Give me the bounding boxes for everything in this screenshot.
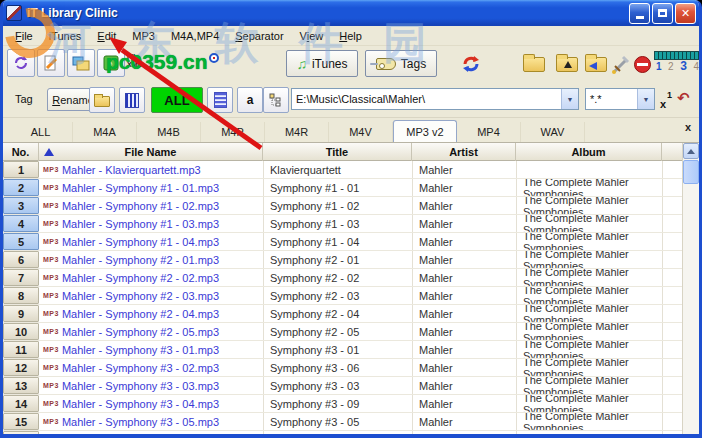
file-name-cell[interactable]: MP3Mahler - Symphony #1 - 03.mp3 — [40, 215, 264, 232]
title-cell[interactable]: Symphony #1 - 03 — [264, 215, 413, 232]
artist-cell[interactable]: Mahler — [413, 269, 517, 286]
file-name-cell[interactable]: MP3Mahler - Symphony #2 - 04.mp3 — [40, 305, 264, 322]
file-name-cell[interactable]: MP3Mahler - Symphony #2 - 01.mp3 — [40, 251, 264, 268]
row-number-cell[interactable]: 3 — [3, 197, 39, 214]
all-filter-button[interactable]: ALL — [151, 87, 203, 113]
scroll-up-button[interactable] — [683, 143, 699, 159]
artist-cell[interactable]: Mahler — [413, 305, 517, 322]
album-cell[interactable]: The Complete Mahler Symphonies — [517, 287, 663, 304]
maximize-button[interactable] — [652, 3, 673, 24]
album-cell[interactable] — [517, 161, 663, 178]
row-number-cell[interactable]: 5 — [3, 233, 39, 250]
title-cell[interactable]: Symphony #2 - 04 — [264, 305, 413, 322]
artist-cell[interactable]: Mahler — [413, 197, 517, 214]
column-header-album[interactable]: Album — [516, 143, 662, 161]
artist-cell[interactable]: Mahler — [413, 233, 517, 250]
chevron-down-icon[interactable]: ▼ — [637, 89, 654, 109]
row-number-cell[interactable]: 9 — [3, 305, 39, 322]
file-name-cell[interactable]: MP3Mahler - Symphony #3 - 03.mp3 — [40, 377, 264, 394]
table-row[interactable]: 3MP3Mahler - Symphony #1 - 02.mp3Symphon… — [3, 197, 699, 215]
album-cell[interactable] — [517, 431, 663, 434]
album-cell[interactable]: The Complete Mahler Symphonies — [517, 179, 663, 196]
refresh-library-button[interactable] — [7, 49, 35, 77]
file-name-cell[interactable]: MP3Mahler - Symphony #3 - 04.mp3 — [40, 395, 264, 412]
path-combobox[interactable]: E:\Music\Classical\Mahler\ ▼ — [291, 88, 579, 110]
list-view-button[interactable] — [207, 87, 233, 113]
artist-cell[interactable]: Mahler — [413, 287, 517, 304]
album-cell[interactable]: The Complete Mahler Symphonies — [517, 197, 663, 214]
column-header-file-name[interactable]: File Name — [39, 143, 263, 161]
artist-cell[interactable]: Mahler — [413, 161, 517, 178]
scrollbar-thumb[interactable] — [683, 160, 699, 184]
title-cell[interactable]: Symphony #1 - 01 — [264, 179, 413, 196]
table-row[interactable]: 12MP3Mahler - Symphony #3 - 02.mp3Sympho… — [3, 359, 699, 377]
chevron-down-icon[interactable]: ▼ — [561, 89, 578, 109]
format-tab-m4a[interactable]: M4A — [73, 122, 137, 142]
browse-folder-button[interactable] — [89, 87, 115, 113]
page-number-4[interactable]: 4 — [693, 61, 699, 72]
table-row[interactable]: 10MP3Mahler - Symphony #2 - 05.mp3Sympho… — [3, 323, 699, 341]
tree-view-button[interactable] — [263, 87, 289, 113]
album-cell[interactable]: The Complete Mahler Symphonies — [517, 269, 663, 286]
row-number-cell[interactable]: 12 — [3, 359, 39, 376]
format-tab-m4b[interactable]: M4B — [137, 122, 201, 142]
format-tab-m4r[interactable]: M4R — [265, 122, 329, 142]
table-row[interactable]: 11MP3Mahler - Symphony #3 - 01.mp3Sympho… — [3, 341, 699, 359]
file-name-cell[interactable]: MP3Mahler - Symphony #2 - 03.mp3 — [40, 287, 264, 304]
file-name-cell[interactable]: MP3Mahler - Symphony #3 - 02.mp3 — [40, 359, 264, 376]
file-name-cell[interactable]: MP3Mahler - Symphony #1 - 02.mp3 — [40, 197, 264, 214]
file-name-cell[interactable]: MP3Mahler - Symphony #2 - 02.mp3 — [40, 269, 264, 286]
title-cell[interactable]: Symphony #1 - 04 — [264, 233, 413, 250]
no-entry-icon[interactable] — [634, 56, 651, 73]
format-tab-wav[interactable]: WAV — [521, 122, 585, 142]
barcode-view-button[interactable] — [119, 87, 145, 113]
table-row[interactable]: 14MP3Mahler - Symphony #3 - 04.mp3Sympho… — [3, 395, 699, 413]
row-number-cell[interactable]: 11 — [3, 341, 39, 358]
file-name-cell[interactable] — [40, 431, 264, 434]
menu-item-mp3[interactable]: MP3 — [124, 28, 163, 44]
format-tab-all[interactable]: ALL — [9, 122, 73, 142]
title-cell[interactable] — [264, 431, 413, 434]
album-cell[interactable]: The Complete Mahler Symphonies — [517, 305, 663, 322]
menu-item-help[interactable]: Help — [331, 28, 370, 44]
menu-item-separator[interactable]: Separator — [227, 28, 291, 44]
menu-item-edit[interactable]: Edit — [89, 28, 124, 44]
column-header-title[interactable]: Title — [263, 143, 412, 161]
row-number-cell[interactable]: 7 — [3, 269, 39, 286]
title-cell[interactable]: Symphony #1 - 02 — [264, 197, 413, 214]
column-header-artist[interactable]: Artist — [412, 143, 516, 161]
minimize-button[interactable] — [629, 3, 650, 24]
title-cell[interactable]: Symphony #2 - 03 — [264, 287, 413, 304]
table-row[interactable] — [3, 431, 699, 434]
table-row[interactable]: 13MP3Mahler - Symphony #3 - 03.mp3Sympho… — [3, 377, 699, 395]
artist-cell[interactable]: Mahler — [413, 215, 517, 232]
title-cell[interactable]: Symphony #2 - 01 — [264, 251, 413, 268]
page-number-2[interactable]: 2 — [668, 61, 674, 72]
file-name-cell[interactable]: MP3Mahler - Symphony #3 - 01.mp3 — [40, 341, 264, 358]
row-number-cell[interactable]: 8 — [3, 287, 39, 304]
title-cell[interactable]: Symphony #3 - 09 — [264, 395, 413, 412]
table-row[interactable]: 5MP3Mahler - Symphony #1 - 04.mp3Symphon… — [3, 233, 699, 251]
column-header-no[interactable]: No. — [3, 143, 39, 161]
album-cell[interactable]: The Complete Mahler Symphonies — [517, 215, 663, 232]
itunes-button[interactable]: ♫ iTunes — [286, 50, 358, 77]
close-button[interactable]: ✕ — [675, 3, 696, 24]
folder-up-icon[interactable] — [556, 57, 578, 72]
tab-tag[interactable]: Tag — [15, 93, 33, 105]
x1-button[interactable]: 1 x — [659, 87, 674, 113]
album-cell[interactable]: The Complete Mahler Symphonies — [517, 233, 663, 250]
format-tab-m4p[interactable]: M4P — [201, 122, 265, 142]
table-row[interactable]: 2MP3Mahler - Symphony #1 - 01.mp3Symphon… — [3, 179, 699, 197]
title-cell[interactable]: Symphony #3 - 05 — [264, 413, 413, 430]
title-cell[interactable]: Klavierquartett — [264, 161, 413, 178]
artist-cell[interactable]: Mahler — [413, 251, 517, 268]
title-bar[interactable]: iT Library Clinic ✕ — [0, 0, 702, 26]
artist-cell[interactable]: Mahler — [413, 377, 517, 394]
table-row[interactable]: 7MP3Mahler - Symphony #2 - 02.mp3Symphon… — [3, 269, 699, 287]
menu-item-m4a-mp4[interactable]: M4A,MP4 — [163, 28, 227, 44]
table-row[interactable]: 8MP3Mahler - Symphony #2 - 03.mp3Symphon… — [3, 287, 699, 305]
row-number-cell[interactable]: 4 — [3, 215, 39, 232]
album-cell[interactable]: The Complete Mahler Symphonies — [517, 413, 663, 430]
table-row[interactable]: 6MP3Mahler - Symphony #2 - 01.mp3Symphon… — [3, 251, 699, 269]
row-number-cell[interactable]: 14 — [3, 395, 39, 412]
